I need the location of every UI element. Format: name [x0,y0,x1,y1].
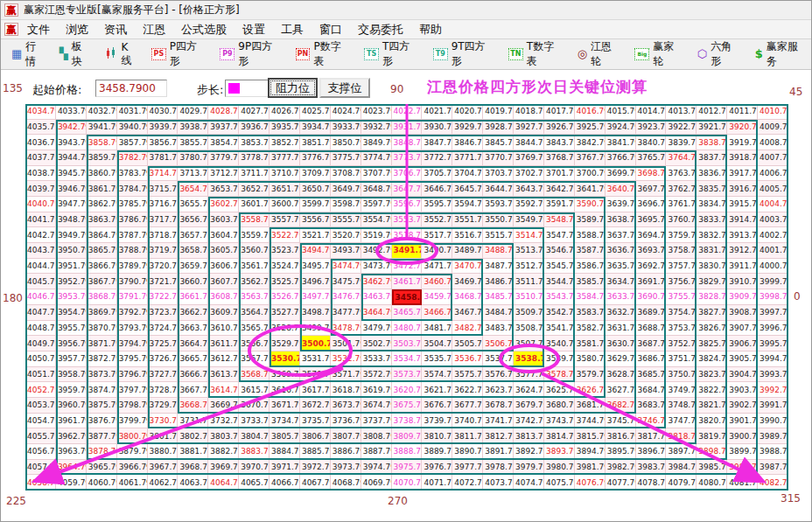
grid-cell[interactable]: 3742.79 [514,414,544,429]
grid-cell[interactable]: 3658.79 [178,243,208,259]
grid-cell[interactable]: 3734.79 [270,414,300,429]
grid-cell[interactable]: 3944.79 [56,150,87,166]
grid-cell[interactable]: 3568.79 [239,367,270,383]
grid-cell[interactable]: 3712.79 [208,166,239,182]
grid-cell[interactable]: 3697.79 [636,181,667,197]
grid-cell[interactable]: 3930.79 [422,120,452,136]
grid-cell[interactable]: 3631.79 [606,321,636,337]
toolbar-item-winner-service[interactable]: $赢家服务 [750,37,812,72]
grid-cell[interactable]: 3926.79 [544,120,575,136]
grid-cell[interactable]: 3612.79 [208,351,239,367]
grid-cell[interactable]: 3548.79 [544,212,575,228]
grid-cell[interactable]: 3938.79 [178,120,208,136]
grid-cell[interactable]: 3677.79 [452,398,483,414]
grid-cell[interactable]: 3633.79 [606,289,636,305]
grid-cell[interactable]: 3749.79 [666,382,696,398]
grid-cell[interactable]: 3598.79 [331,197,361,212]
grid-cell[interactable]: 3522.79 [270,227,300,243]
grid-cell[interactable]: 3561.79 [239,259,270,275]
grid-cell[interactable]: 4049.79 [25,336,56,351]
grid-cell[interactable]: 3512.79 [514,259,544,275]
grid-cell[interactable]: 3552.79 [422,212,452,228]
toolbar-item-t-number-table[interactable]: TNT数字表 [503,37,570,72]
grid-cell[interactable]: 3616.79 [270,382,300,398]
grid-cell[interactable]: 3853.79 [239,135,270,150]
grid-cell[interactable]: 3964.79 [56,460,87,476]
grid-cell[interactable]: 3954.79 [56,305,87,321]
grid-cell[interactable]: 3511.79 [514,274,544,289]
grid-cell[interactable]: 3934.79 [300,120,331,136]
grid-cell[interactable]: 3506.79 [483,336,514,351]
grid-cell[interactable]: 3705.79 [422,166,452,182]
grid-cell[interactable]: 3629.79 [606,351,636,367]
grid-cell[interactable]: 3604.79 [208,227,239,243]
grid-cell[interactable]: 3544.79 [544,274,575,289]
grid-cell[interactable]: 3744.79 [575,414,606,429]
grid-cell[interactable]: 3882.79 [208,444,239,460]
grid-cell[interactable]: 3645.79 [452,181,483,197]
grid-cell[interactable]: 3765.79 [636,150,667,166]
grid-cell[interactable]: 3867.79 [87,274,117,289]
grid-cell[interactable]: 3998.79 [758,289,788,305]
grid-cell[interactable]: 3516.79 [452,227,483,243]
grid-cell[interactable]: 3929.79 [452,120,483,136]
grid-cell[interactable]: 3592.79 [514,197,544,212]
grid-cell[interactable]: 3709.79 [300,166,331,182]
grid-cell[interactable]: 3835.79 [696,181,727,197]
grid-cell[interactable]: 4065.79 [239,475,270,491]
grid-cell[interactable]: 3731.79 [178,414,208,429]
grid-cell[interactable]: 3546.79 [544,243,575,259]
grid-cell[interactable]: 4045.79 [25,274,56,289]
grid-cell[interactable]: 3834.79 [696,197,727,212]
grid-cell[interactable]: 4000.79 [758,259,788,275]
grid-cell[interactable]: 3518.79 [392,227,423,243]
grid-cell[interactable]: 3777.79 [270,150,300,166]
grid-cell[interactable]: 3566.79 [239,336,270,351]
grid-cell[interactable]: 3791.79 [117,289,148,305]
grid-cell[interactable]: 3819.79 [696,428,727,444]
grid-cell[interactable]: 3893.79 [544,444,575,460]
grid-cell[interactable]: 3473.79 [361,259,392,275]
grid-cell[interactable]: 3465.79 [392,305,423,321]
toolbar-item-sectors[interactable]: ▚板块 [54,37,98,72]
grid-cell[interactable]: 3637.79 [606,227,636,243]
grid-cell[interactable]: 3630.79 [606,336,636,351]
grid-cell[interactable]: 3981.79 [575,460,606,476]
grid-cell[interactable]: 3702.79 [514,166,544,182]
grid-cell[interactable]: 3775.79 [331,150,361,166]
grid-cell[interactable]: 4005.79 [758,181,788,197]
grid-cell[interactable]: 3624.79 [514,382,544,398]
grid-cell[interactable]: 3551.79 [452,212,483,228]
grid-cell[interactable]: 4078.79 [636,475,667,491]
grid-cell[interactable]: 3526.79 [270,289,300,305]
grid-cell[interactable]: 3940.79 [117,120,148,136]
grid-cell[interactable]: 3850.79 [331,135,361,150]
grid-cell[interactable]: 3802.79 [178,428,208,444]
grid-cell[interactable]: 3710.79 [270,166,300,182]
grid-cell[interactable]: 3733.79 [239,414,270,429]
grid-cell[interactable]: 3525.79 [270,274,300,289]
grid-cell[interactable]: 4011.79 [727,104,758,120]
grid-cell[interactable]: 3586.79 [575,259,606,275]
grid-cell[interactable]: 3620.79 [392,382,423,398]
grid-cell[interactable]: 3827.79 [696,305,727,321]
grid-cell[interactable]: 3644.79 [483,181,514,197]
grid-cell[interactable]: 3883.79 [239,444,270,460]
grid-cell[interactable]: 3611.79 [208,336,239,351]
grid-cell[interactable]: 3539.79 [544,351,575,367]
grid-cell[interactable]: 3858.79 [87,135,117,150]
grid-cell[interactable]: 3461.79 [392,274,423,289]
key-level-cell[interactable]: 3538.79 [514,351,544,367]
grid-cell[interactable]: 3663.79 [178,321,208,337]
grid-cell[interactable]: 3590.79 [575,197,606,212]
grid-cell[interactable]: 3971.79 [270,460,300,476]
grid-cell[interactable]: 3857.79 [117,135,148,150]
grid-cell[interactable]: 3622.79 [452,382,483,398]
grid-cell[interactable]: 3560.79 [239,243,270,259]
grid-cell[interactable]: 3609.79 [208,305,239,321]
grid-cell[interactable]: 4032.79 [87,104,117,120]
grid-cell[interactable]: 4042.79 [25,227,56,243]
grid-cell[interactable]: 3862.79 [87,197,117,212]
grid-cell[interactable]: 3762.79 [666,181,696,197]
grid-cell[interactable]: 3764.79 [666,150,696,166]
